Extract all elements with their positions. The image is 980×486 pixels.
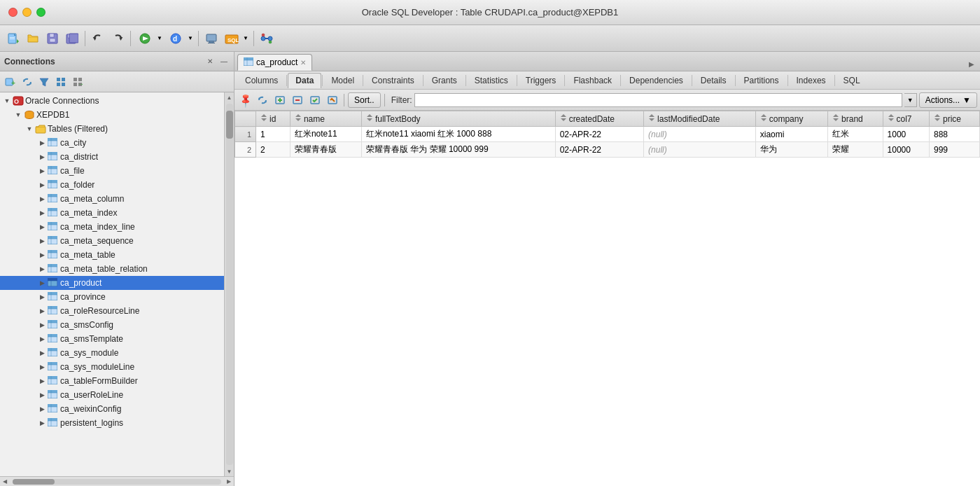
tree-item-ca_meta_sequence[interactable]: ▶ ca_meta_sequence [0,234,224,248]
monitor-button[interactable] [202,29,220,48]
redo-button[interactable] [108,29,127,48]
filter-connections-button[interactable] [36,74,52,90]
cell-row2-fulltextbody[interactable]: 荣耀青春版 华为 荣耀 10000 999 [361,142,555,158]
tree-item-ca_meta_index_line[interactable]: ▶ ca_meta_index_line [0,220,224,234]
cell-row1-name[interactable]: 红米note11 [290,127,361,142]
tab-close-button[interactable]: ✕ [300,59,306,67]
sort-button[interactable]: Sort.. [348,92,381,108]
cell-row2-company[interactable]: 华为 [755,142,827,158]
scroll-down-arrow[interactable]: ▼ [225,466,234,476]
expand-ca_meta_column[interactable]: ▶ [36,193,48,204]
debug-dropdown[interactable]: d ▼ [165,29,195,48]
tree-item-ca_product[interactable]: ▶ ca_product [0,276,224,290]
maximize-button[interactable] [36,8,46,17]
tree-item-xepdb1[interactable]: ▼ XEPDB1 [0,108,224,122]
cell-row2-name[interactable]: 荣耀青春版 [290,142,361,158]
cell-row1-company[interactable]: xiaomi [755,127,827,142]
cell-row1-lastmodifieddate[interactable]: (null) [644,127,756,142]
new-button[interactable] [4,29,22,48]
debug-button[interactable]: d [165,29,186,48]
tree-item-ca_tableFormBuilder[interactable]: ▶ ca_tableFormBuilder [0,374,224,388]
table-row[interactable]: 2 2 荣耀青春版 荣耀青春版 华为 荣耀 10000 999 02-APR-2… [235,142,980,158]
tree-item-ca_district[interactable]: ▶ ca_district [0,150,224,164]
sidebar-tree[interactable]: ▼ O Oracle Connections ▼ XEPDB1 ▼ [0,92,224,476]
cell-row1-brand[interactable]: 红米 [828,127,883,142]
tree-item-ca_roleResourceLine[interactable]: ▶ ca_roleResourceLine [0,304,224,318]
expand-ca_smsConfig[interactable]: ▶ [36,319,48,331]
tree-item-tables[interactable]: ▼ Tables (Filtered) [0,122,224,136]
cell-row2-price[interactable]: 999 [929,142,979,158]
expand-xepdb1[interactable]: ▼ [13,109,24,120]
sub-tab-dependencies[interactable]: Dependencies [622,73,691,88]
tree-item-ca_meta_table_relation[interactable]: ▶ ca_meta_table_relation [0,262,224,276]
tree-item-ca_city[interactable]: ▶ ca_city [0,136,224,150]
tree-item-ca_sys_module[interactable]: ▶ ca_sys_module [0,346,224,360]
close-button[interactable] [8,8,18,17]
undo-button[interactable] [89,29,107,48]
tree-item-ca_sys_moduleLine[interactable]: ▶ ca_sys_moduleLine [0,360,224,374]
tree-item-ca_file[interactable]: ▶ ca_file [0,164,224,178]
col-header-col7[interactable]: col7 [883,111,929,127]
col-header-lastmodifieddate[interactable]: lastModifiedDate [644,111,756,127]
sidebar-horizontal-scrollbar[interactable]: ◀ ▶ [0,476,234,486]
sub-tab-details[interactable]: Details [693,73,734,88]
sub-tab-data[interactable]: Data [288,73,321,88]
tree-item-ca_smsTemplate[interactable]: ▶ ca_smsTemplate [0,332,224,346]
scroll-thumb[interactable] [226,111,233,139]
tree-item-ca_folder[interactable]: ▶ ca_folder [0,178,224,192]
add-connection-button[interactable]: + [3,74,18,90]
run-dropdown[interactable]: ▼ [134,29,164,48]
expand-ca_weixinConfig[interactable]: ▶ [36,403,48,415]
tree-item-ca_weixinConfig[interactable]: ▶ ca_weixinConfig [0,402,224,416]
commit-button[interactable] [307,92,323,108]
tree-item-ca_smsConfig[interactable]: ▶ ca_smsConfig [0,318,224,332]
sub-tab-sql[interactable]: SQL [836,73,868,88]
cell-row1-id[interactable]: 1 [256,127,290,142]
sub-tab-triggers[interactable]: Triggers [518,73,564,88]
save-all-button[interactable] [63,29,81,48]
sqldev-button[interactable]: SQL [222,29,241,48]
expand-ca_userRoleLine[interactable]: ▶ [36,389,48,401]
expand-ca_meta_table_relation[interactable]: ▶ [36,263,48,275]
insert-row-button[interactable] [272,92,288,108]
col-header-name[interactable]: name [290,111,361,127]
col-header-createddate[interactable]: createdDate [555,111,643,127]
tree-item-oracle-connections[interactable]: ▼ O Oracle Connections [0,94,224,108]
cell-row1-createddate[interactable]: 02-APR-22 [555,127,643,142]
sub-tab-statistics[interactable]: Statistics [467,73,516,88]
expand-ca_meta_index[interactable]: ▶ [36,207,48,218]
data-table-container[interactable]: id name [234,111,980,486]
tree-item-ca_province[interactable]: ▶ ca_province [0,290,224,304]
sub-tab-grants[interactable]: Grants [424,73,465,88]
freeze-button[interactable]: 📌 [237,92,253,108]
scroll-right-arrow[interactable]: ▶ [224,478,234,485]
cell-row2-id[interactable]: 2 [256,142,290,158]
tab-scroll-right[interactable]: ▶ [966,57,977,71]
expand-ca_meta_sequence[interactable]: ▶ [36,235,48,247]
delete-row-button[interactable] [290,92,305,108]
sub-tab-constraints[interactable]: Constraints [364,73,422,88]
expand-ca_smsTemplate[interactable]: ▶ [36,333,48,345]
expand-ca_tableFormBuilder[interactable]: ▶ [36,375,48,387]
minimize-button[interactable] [22,8,31,17]
refresh-data-button[interactable] [255,92,270,108]
expand-ca_sys_module[interactable]: ▶ [36,347,48,359]
expand-ca_district[interactable]: ▶ [36,151,48,162]
export-connections-button[interactable]: → [70,74,85,90]
sub-tab-flashback[interactable]: Flashback [566,73,620,88]
col-header-fulltextbody[interactable]: fullTextBody [361,111,555,127]
col-header-id[interactable]: id [256,111,290,127]
run-button[interactable] [134,29,155,48]
expand-tables[interactable]: ▼ [24,123,35,134]
tree-item-ca_meta_column[interactable]: ▶ ca_meta_column [0,192,224,206]
expand-ca_meta_index_line[interactable]: ▶ [36,221,48,232]
expand-oracle-connections[interactable]: ▼ [1,95,13,106]
filter-input[interactable] [414,93,902,107]
cell-row1-col7[interactable]: 1000 [883,127,929,142]
sub-tab-columns[interactable]: Columns [237,73,286,88]
tree-item-persistent_logins[interactable]: ▶ persistent_logins [0,416,224,430]
expand-ca_roleResourceLine[interactable]: ▶ [36,305,48,317]
col-header-company[interactable]: company [755,111,827,127]
cell-row2-col7[interactable]: 10000 [883,142,929,158]
scroll-x-thumb[interactable] [13,479,55,485]
